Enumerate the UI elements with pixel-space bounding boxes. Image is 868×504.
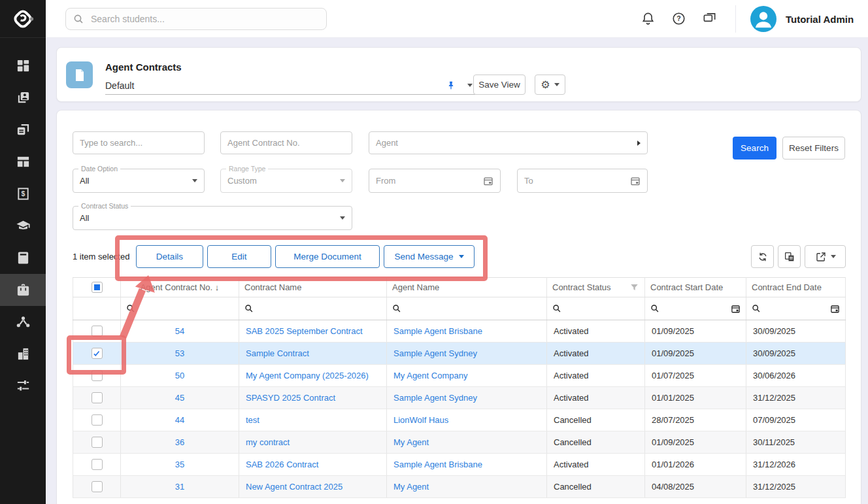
sidebar-item-invoices[interactable]: $ — [0, 178, 46, 210]
messages-icon[interactable] — [702, 11, 718, 27]
contract-name-link[interactable]: Sample Contract — [246, 348, 309, 358]
column-header-contract-name[interactable]: Contract Name — [239, 278, 387, 297]
edit-button[interactable]: Edit — [207, 245, 271, 268]
contract-name-link[interactable]: SPASYD 2025 Contract — [246, 393, 335, 403]
sidebar-item-agents[interactable] — [0, 274, 46, 306]
row-checkbox[interactable] — [92, 414, 103, 426]
search-button[interactable]: Search — [733, 137, 776, 160]
sidebar-item-applications[interactable] — [0, 114, 46, 146]
table-row[interactable]: 44testLionWolf HausCancelled28/07/202507… — [73, 409, 846, 431]
table-row[interactable]: 50My Agent Company (2025-2026)My Agent C… — [73, 365, 846, 387]
filter-cell-start-date[interactable] — [645, 297, 746, 320]
refresh-button[interactable] — [751, 245, 774, 268]
agent-name-link[interactable]: My Agent Company — [393, 371, 467, 380]
user-menu[interactable]: Tutorial Admin — [750, 6, 854, 32]
details-button[interactable]: Details — [136, 245, 203, 268]
row-checkbox[interactable] — [92, 370, 103, 381]
calendar-icon[interactable] — [731, 304, 741, 314]
cell-checkbox[interactable] — [73, 454, 121, 476]
notifications-icon[interactable] — [641, 11, 656, 27]
table-row[interactable]: 31New Agent Contract 2025My AgentCancell… — [73, 476, 846, 498]
contract-name-link[interactable]: My Agent Company (2025-2026) — [246, 371, 369, 380]
save-view-button[interactable]: Save View — [473, 75, 526, 95]
reset-filters-button[interactable]: Reset Filters — [782, 137, 845, 160]
send-message-button[interactable]: Send Message — [384, 245, 475, 268]
keyword-search-field[interactable] — [73, 131, 205, 154]
table-row[interactable]: 35SAB 2026 ContractSample Agent Brisbane… — [73, 454, 846, 476]
filter-icon[interactable] — [629, 282, 639, 292]
contract-no-field[interactable] — [220, 131, 352, 154]
contract-no-link[interactable]: 36 — [175, 437, 184, 447]
from-date-field[interactable]: From — [369, 169, 501, 193]
row-checkbox-checked[interactable] — [92, 348, 103, 359]
contract-status-select[interactable]: Contract Status All — [73, 206, 352, 230]
search-input[interactable] — [65, 8, 327, 30]
contract-no-link[interactable]: 31 — [175, 482, 184, 492]
view-settings-button[interactable]: ⚙ — [535, 75, 565, 95]
sidebar-item-workflows[interactable] — [0, 306, 46, 338]
date-option-select[interactable]: Date Option All — [73, 169, 205, 193]
sidebar-item-catalog[interactable] — [0, 242, 46, 274]
row-checkbox[interactable] — [92, 459, 103, 470]
sidebar-item-settings[interactable] — [0, 370, 46, 402]
merge-document-button[interactable]: Merge Document — [275, 245, 380, 268]
column-header-start-date[interactable]: Contract Start Date — [645, 278, 746, 297]
sidebar-item-courses[interactable] — [0, 210, 46, 242]
calendar-icon[interactable] — [830, 304, 840, 314]
contract-no-input[interactable] — [227, 138, 345, 148]
row-checkbox[interactable] — [92, 437, 103, 448]
contract-no-link[interactable]: 44 — [175, 415, 184, 425]
pin-view-button[interactable] — [441, 76, 461, 95]
agent-name-link[interactable]: Sample Agent Sydney — [393, 348, 477, 358]
contract-name-link[interactable]: New Agent Contract 2025 — [246, 482, 342, 492]
contract-name-link[interactable]: test — [246, 415, 259, 425]
contract-no-link[interactable]: 35 — [175, 460, 184, 469]
agent-name-link[interactable]: My Agent — [393, 437, 429, 447]
filter-cell-contract-name[interactable] — [239, 297, 387, 320]
column-header-contract-no[interactable]: Agent Contract No. ↓ — [121, 278, 239, 297]
cell-checkbox[interactable] — [73, 476, 121, 498]
contract-no-link[interactable]: 53 — [175, 348, 184, 358]
to-date-field[interactable]: To — [517, 169, 648, 193]
cell-checkbox[interactable] — [73, 431, 121, 454]
cell-checkbox[interactable] — [73, 343, 121, 365]
cell-checkbox[interactable] — [73, 409, 121, 431]
select-all-checkbox[interactable] — [73, 278, 121, 297]
range-type-select[interactable]: Range Type Custom — [220, 169, 352, 193]
filter-cell-agent-name[interactable] — [387, 297, 547, 320]
sidebar-item-organisation[interactable] — [0, 338, 46, 370]
table-row[interactable]: 36my contractMy AgentCancelled01/09/2025… — [73, 431, 846, 454]
export-button[interactable] — [805, 245, 846, 268]
sidebar-item-dashboard[interactable] — [0, 50, 46, 82]
sidebar-item-reports[interactable] — [0, 146, 46, 178]
agent-name-link[interactable]: Sample Agent Brisbane — [393, 326, 482, 336]
cell-checkbox[interactable] — [73, 365, 121, 387]
row-checkbox[interactable] — [92, 392, 103, 403]
agent-name-link[interactable]: Sample Agent Sydney — [393, 393, 477, 403]
row-checkbox[interactable] — [92, 481, 103, 492]
view-selector[interactable]: Default — [105, 76, 482, 95]
keyword-search-input[interactable] — [80, 138, 197, 148]
filter-cell-contract-no[interactable] — [121, 297, 239, 320]
agent-name-link[interactable]: Sample Agent Brisbane — [393, 460, 482, 469]
table-row[interactable]: 45SPASYD 2025 ContractSample Agent Sydne… — [73, 387, 846, 409]
agent-dropdown[interactable]: Agent — [369, 131, 648, 154]
cell-checkbox[interactable] — [73, 387, 121, 409]
column-header-end-date[interactable]: Contract End Date — [746, 278, 846, 297]
contract-no-link[interactable]: 54 — [175, 326, 184, 336]
app-logo[interactable] — [0, 0, 46, 38]
filter-cell-end-date[interactable] — [746, 297, 846, 320]
table-row[interactable]: 53Sample ContractSample Agent SydneyActi… — [73, 343, 846, 365]
contract-name-link[interactable]: SAB 2025 September Contract — [246, 326, 363, 336]
contract-name-link[interactable]: my contract — [246, 437, 290, 447]
filter-cell-status[interactable] — [547, 297, 645, 320]
copy-grid-button[interactable] — [778, 245, 801, 268]
contract-no-link[interactable]: 45 — [175, 393, 184, 403]
table-row[interactable]: 54SAB 2025 September ContractSample Agen… — [73, 320, 846, 343]
column-header-agent-name[interactable]: Agent Name — [387, 278, 547, 297]
contract-no-link[interactable]: 50 — [175, 371, 184, 380]
cell-checkbox[interactable] — [73, 320, 121, 343]
help-icon[interactable]: ? — [671, 11, 687, 27]
agent-name-link[interactable]: My Agent — [393, 482, 429, 492]
sidebar-item-students[interactable] — [0, 82, 46, 114]
